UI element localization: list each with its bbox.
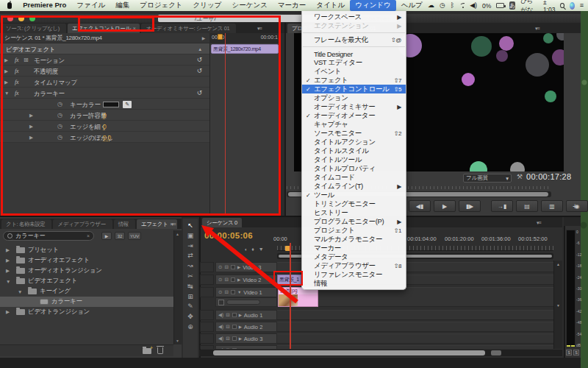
- tree-item[interactable]: ▶ オーディオエフェクト: [0, 255, 173, 266]
- spotlight-icon[interactable]: [560, 3, 564, 8]
- track-target[interactable]: [200, 322, 214, 332]
- eye-icon[interactable]: ⊙: [218, 264, 222, 270]
- menubar-item[interactable]: ファイル: [71, 0, 110, 11]
- settings-wrench-icon[interactable]: ⚒: [517, 173, 523, 180]
- menu-item[interactable]: イベント: [302, 67, 406, 76]
- sync-lock-icon[interactable]: ⊟: [224, 264, 228, 270]
- new-folder-icon[interactable]: [143, 348, 151, 354]
- effect-row[interactable]: ▶ ◷ カラー許容量 0 ✎: [0, 110, 209, 121]
- sequence-marker-icon[interactable]: [218, 34, 223, 40]
- effect-row[interactable]: ▼ fx カラーキー ✎ ↺: [0, 88, 209, 99]
- input-method-label[interactable]: ひらがな: [520, 0, 538, 15]
- stopwatch-icon[interactable]: ⊞: [24, 57, 28, 63]
- solo-left-button[interactable]: S: [566, 350, 572, 355]
- speaker-icon[interactable]: ◀): [218, 336, 223, 342]
- expander-icon[interactable]: ▼: [4, 91, 9, 96]
- panel-tab[interactable]: メディアブラウザー: [53, 219, 112, 229]
- menu-item[interactable]: Title Designer: [302, 49, 406, 58]
- effect-controls-clip-header[interactable]: シーケンス 01 * 黒背景_1280x720.mp4 ▶: [0, 33, 209, 43]
- keyframe-controls-row[interactable]: [215, 297, 277, 307]
- menu-item[interactable]: タイムコード: [302, 173, 406, 182]
- lift-button[interactable]: ▤: [516, 200, 538, 212]
- tree-item[interactable]: ▶ オーディオトランジション: [0, 266, 173, 276]
- track-lock-box[interactable]: [232, 348, 237, 349]
- tree-item[interactable]: カラーキー: [0, 297, 173, 307]
- tree-item[interactable]: ▼ ビデオエフェクト: [0, 276, 173, 286]
- menu-item[interactable]: ✓ オーディオメーター: [302, 111, 406, 120]
- speaker-icon[interactable]: ◀): [218, 347, 223, 349]
- clip-osake[interactable]: お酒.jpg: [278, 287, 318, 307]
- timeline-hscroll-block[interactable]: [491, 350, 501, 355]
- effect-value[interactable]: 0: [103, 123, 106, 130]
- fx-badge-icon[interactable]: fx: [15, 90, 18, 96]
- timeline-playhead[interactable]: [290, 261, 291, 349]
- track-lock-box[interactable]: [232, 313, 237, 317]
- button-editor-plus[interactable]: +: [573, 202, 577, 210]
- track-header-audio4[interactable]: ◀) ⊟ ▶ Audio 4: [215, 345, 277, 349]
- stopwatch-icon[interactable]: ◷: [57, 134, 62, 141]
- solo-right-button[interactable]: S: [573, 350, 579, 355]
- expander-icon[interactable]: ▼: [18, 289, 25, 294]
- timeline-playhead-head[interactable]: [290, 243, 291, 261]
- menubar-clock[interactable]: ± 1:03: [543, 0, 556, 13]
- tree-item[interactable]: ▶ プリセット: [0, 245, 173, 255]
- ripple-edit-tool[interactable]: ⇥: [187, 242, 193, 250]
- zoom-window-button[interactable]: [29, 15, 35, 21]
- section-collapse-icon[interactable]: ▲: [198, 47, 202, 52]
- pen-tool[interactable]: ✎: [187, 302, 193, 311]
- razor-tool[interactable]: ✂: [187, 272, 193, 280]
- track-lock-box[interactable]: [232, 325, 237, 329]
- tree-item[interactable]: ▼ キーイング: [0, 286, 173, 297]
- search-input[interactable]: [15, 233, 74, 239]
- menubar-item[interactable]: シーケンス: [226, 0, 272, 11]
- menu-item[interactable]: オーディオミキサー ▶: [302, 102, 406, 111]
- menu-item[interactable]: ✓ ツール: [302, 191, 406, 199]
- menu-item[interactable]: VST エディター: [302, 58, 406, 67]
- menu-item[interactable]: メディアブラウザー ⇧8: [302, 261, 406, 270]
- panel-menu-icon[interactable]: ▾≡: [171, 222, 176, 227]
- speaker-icon[interactable]: ◀): [218, 324, 223, 330]
- track-header-audio2[interactable]: ◀) ⊟ ▶ Audio 2: [215, 322, 277, 332]
- sync-lock-icon[interactable]: ⊟: [224, 289, 228, 295]
- panel-menu-icon[interactable]: ▾≡: [535, 26, 539, 32]
- panel-menu-icon[interactable]: ▾≡: [537, 220, 541, 226]
- tree-item[interactable]: ▶ ビデオトランジション: [0, 307, 173, 317]
- collapse-arrow-icon[interactable]: ▶: [202, 35, 205, 40]
- menu-item[interactable]: ヒストリー: [302, 208, 406, 217]
- effects-search-box[interactable]: ×: [3, 231, 94, 241]
- expand-track-icon[interactable]: ▶: [239, 336, 242, 341]
- track-lock-box[interactable]: [231, 265, 235, 269]
- track-target[interactable]: [200, 262, 214, 272]
- play-button[interactable]: ▶: [434, 200, 456, 212]
- bluetooth-icon[interactable]: ᛒ: [451, 2, 454, 9]
- expander-icon[interactable]: ▶: [6, 247, 13, 253]
- expand-track-icon[interactable]: ▶: [237, 265, 240, 269]
- clear-search-icon[interactable]: ×: [87, 233, 90, 238]
- step-back-button[interactable]: ◀▮: [409, 200, 431, 212]
- key-color-swatch[interactable]: [103, 102, 119, 107]
- track-target[interactable]: [200, 310, 214, 320]
- expander-icon[interactable]: ▶: [4, 68, 8, 74]
- panel-tab[interactable]: クト: 名称未設定: [1, 219, 51, 229]
- mini-timeline-clip[interactable]: 黒背景_1280x720.mp4: [211, 44, 279, 54]
- effect-row[interactable]: ◷ キーカラー ✎: [0, 99, 209, 110]
- menu-item[interactable]: メタデータ: [302, 252, 406, 261]
- expand-track-icon[interactable]: ▶: [239, 325, 242, 329]
- track-lock-box[interactable]: [231, 290, 235, 294]
- panel-tab[interactable]: ソース: (クリップなし): [1, 24, 66, 33]
- menubar-item[interactable]: Premiere Pro: [18, 0, 71, 11]
- menu-item[interactable]: 情報: [302, 279, 406, 288]
- track-lock-box[interactable]: [232, 336, 237, 341]
- minimize-window-button[interactable]: [18, 15, 24, 21]
- menu-item[interactable]: ワークスペース ▶: [302, 13, 406, 21]
- zoom-tool[interactable]: ⊕: [187, 323, 193, 331]
- track-header-video2[interactable]: ⊙ ⊟ ▶ Video 2: [215, 275, 277, 285]
- menu-item[interactable]: リファレンスモニター: [302, 270, 406, 279]
- sync-lock-icon[interactable]: ⊟: [226, 336, 229, 342]
- 32bit-color-filter[interactable]: 32: [115, 232, 125, 240]
- menu-item[interactable]: プロジェクト ⇧1: [302, 226, 406, 235]
- menu-item[interactable]: タイトルプロパティ: [302, 164, 406, 173]
- panel-tab[interactable]: オーディオミキサー: シーケンス 01: [141, 24, 236, 33]
- mini-timeline-scrollbar[interactable]: [279, 33, 284, 216]
- timeline-timecode[interactable]: 00:00:05:06: [204, 231, 253, 240]
